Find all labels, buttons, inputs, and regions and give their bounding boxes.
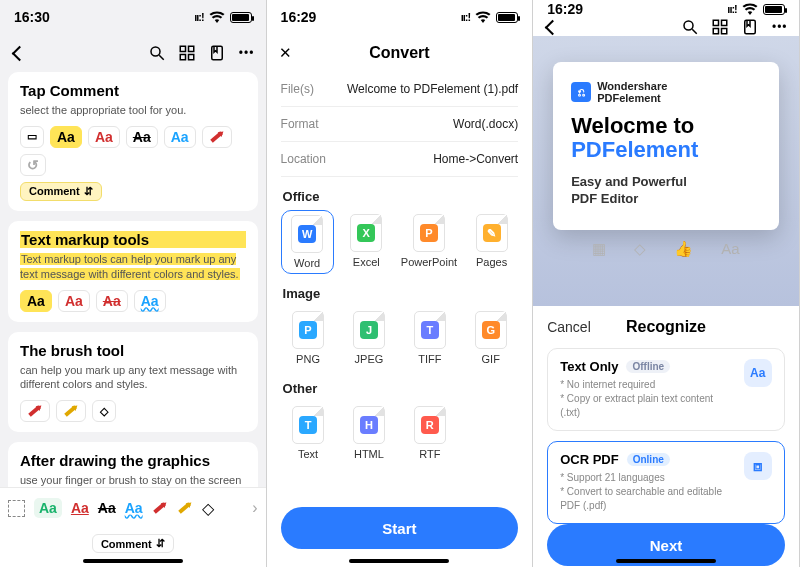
svg-point-7 bbox=[684, 21, 693, 30]
clock: 16:30 bbox=[14, 9, 50, 25]
section-office: Office bbox=[283, 189, 519, 204]
more-icon[interactable] bbox=[238, 44, 256, 62]
nav-bar bbox=[0, 34, 266, 72]
home-indicator bbox=[349, 559, 449, 563]
format-html[interactable]: HHTML bbox=[341, 402, 396, 464]
document-preview: ⎌ Wondershare PDFelement Welocme to PDFe… bbox=[533, 36, 799, 306]
convert-form: File(s) Welcome to PDFelement (1).pdf Fo… bbox=[267, 72, 533, 464]
mini-thumbs-icon[interactable]: 👍 bbox=[674, 240, 693, 258]
format-jpeg[interactable]: JJPEG bbox=[341, 307, 396, 369]
wifi-icon bbox=[474, 8, 492, 26]
wifi-icon bbox=[741, 0, 759, 18]
tool-pen bbox=[202, 126, 232, 148]
online-badge: Online bbox=[627, 453, 670, 466]
brand-logo-icon: ⎌ bbox=[571, 82, 591, 102]
row-location[interactable]: Location Home->Convert bbox=[281, 142, 519, 177]
cancel-button[interactable]: Cancel bbox=[547, 319, 591, 335]
back-button[interactable] bbox=[543, 18, 561, 36]
bookmark-icon[interactable] bbox=[741, 18, 759, 36]
card-tap-comment: Tap Comment select the appropriate tool … bbox=[8, 72, 258, 211]
hl-red: Aa bbox=[58, 290, 90, 312]
page-title: Convert bbox=[369, 44, 429, 62]
more-icon[interactable] bbox=[771, 18, 789, 36]
format-excel[interactable]: XExcel bbox=[340, 210, 393, 274]
eraser-tool[interactable]: ◇ bbox=[202, 499, 214, 518]
home-indicator bbox=[83, 559, 183, 563]
aa-red-underline[interactable]: Aa bbox=[71, 500, 89, 516]
svg-rect-12 bbox=[721, 29, 726, 34]
phone-recognize: 16:29 ıı:! ⎌ Wondershare PDFelement bbox=[533, 0, 800, 567]
format-gif[interactable]: GGIF bbox=[463, 307, 518, 369]
format-png[interactable]: PPNG bbox=[281, 307, 336, 369]
more-tools[interactable]: › bbox=[252, 499, 257, 517]
card-title: Tap Comment bbox=[20, 82, 246, 99]
grid-office: WWordXExcelPPowerPoint✎Pages bbox=[281, 210, 519, 274]
svg-rect-5 bbox=[188, 55, 193, 60]
clock: 16:29 bbox=[547, 1, 583, 17]
svg-rect-4 bbox=[180, 55, 185, 60]
bookmark-icon[interactable] bbox=[208, 44, 226, 62]
mini-image-icon[interactable]: ▦ bbox=[592, 240, 606, 258]
row-files[interactable]: File(s) Welcome to PDFelement (1).pdf bbox=[281, 72, 519, 107]
aa-strike[interactable]: Aa bbox=[98, 500, 116, 516]
svg-rect-2 bbox=[180, 46, 185, 51]
home-indicator bbox=[616, 559, 716, 563]
pen-tool[interactable] bbox=[152, 500, 168, 516]
svg-rect-3 bbox=[188, 46, 193, 51]
mini-eraser-icon[interactable]: ◇ bbox=[634, 240, 646, 258]
aa-wavy[interactable]: Aa bbox=[125, 500, 143, 516]
svg-rect-9 bbox=[713, 20, 718, 25]
search-icon[interactable] bbox=[681, 18, 699, 36]
phone-editor: 16:30 ıı:! Tap Comment select the approp… bbox=[0, 0, 267, 567]
sheet-title: Recognize bbox=[626, 318, 706, 336]
nav-bar bbox=[533, 18, 799, 36]
format-tiff[interactable]: TTIFF bbox=[402, 307, 457, 369]
brush-pen bbox=[20, 400, 50, 422]
ocr-icon: ⧈ bbox=[744, 452, 772, 480]
format-word[interactable]: WWord bbox=[281, 210, 334, 274]
row-format[interactable]: Format Word(.docx) bbox=[281, 107, 519, 142]
card-markup: Text markup tools Text markup tools can … bbox=[8, 221, 258, 322]
grid-icon[interactable] bbox=[178, 44, 196, 62]
svg-line-1 bbox=[159, 55, 164, 60]
status-bar: 16:29 ıı:! bbox=[267, 0, 533, 34]
sheet-header: Cancel Recognize bbox=[533, 306, 799, 348]
mini-text-icon[interactable]: Aa bbox=[721, 240, 739, 258]
grid-icon[interactable] bbox=[711, 18, 729, 36]
format-pages[interactable]: ✎Pages bbox=[465, 210, 518, 274]
grid-other: TTextHHTMLRRTF bbox=[281, 402, 519, 464]
select-tool[interactable] bbox=[8, 500, 25, 517]
tool-red: Aa bbox=[88, 126, 120, 148]
editor-content: Tap Comment select the appropriate tool … bbox=[0, 72, 266, 487]
option-text-only[interactable]: Text Only Offline No internet required C… bbox=[547, 348, 785, 431]
clock: 16:29 bbox=[281, 9, 317, 25]
aa-active[interactable]: Aa bbox=[34, 498, 62, 518]
format-text[interactable]: TText bbox=[281, 402, 336, 464]
comment-pill: Comment bbox=[20, 182, 102, 201]
svg-rect-11 bbox=[713, 29, 718, 34]
card-desc: can help you mark up any text message wi… bbox=[20, 363, 246, 393]
mode-selector[interactable]: Comment bbox=[92, 534, 174, 553]
hl-wavy: Aa bbox=[134, 290, 166, 312]
search-icon[interactable] bbox=[148, 44, 166, 62]
document-card: ⎌ Wondershare PDFelement Welocme to PDFe… bbox=[553, 62, 779, 230]
wifi-icon bbox=[208, 8, 226, 26]
close-button[interactable] bbox=[277, 44, 295, 62]
card-desc: select the appropriate tool for you. bbox=[20, 103, 246, 118]
brush-eraser: ◇ bbox=[92, 400, 116, 422]
card-desc: use your finger or brush to stay on the … bbox=[20, 473, 246, 487]
option-ocr-pdf[interactable]: OCR PDF Online Support 21 languages Conv… bbox=[547, 441, 785, 524]
back-button[interactable] bbox=[10, 44, 28, 62]
tool-blue: Aa bbox=[164, 126, 196, 148]
format-powerpoint[interactable]: PPowerPoint bbox=[399, 210, 459, 274]
start-button[interactable]: Start bbox=[281, 507, 519, 549]
section-other: Other bbox=[283, 381, 519, 396]
marker-tool[interactable] bbox=[177, 500, 193, 516]
brand-row: ⎌ Wondershare PDFelement bbox=[571, 80, 761, 104]
card-title: Text markup tools bbox=[20, 231, 246, 248]
mini-toolbar: ▦ ◇ 👍 Aa bbox=[553, 240, 779, 258]
card-title: After drawing the graphics bbox=[20, 452, 246, 469]
card-brush: The brush tool can help you mark up any … bbox=[8, 332, 258, 433]
card-title: The brush tool bbox=[20, 342, 246, 359]
format-rtf[interactable]: RRTF bbox=[402, 402, 457, 464]
